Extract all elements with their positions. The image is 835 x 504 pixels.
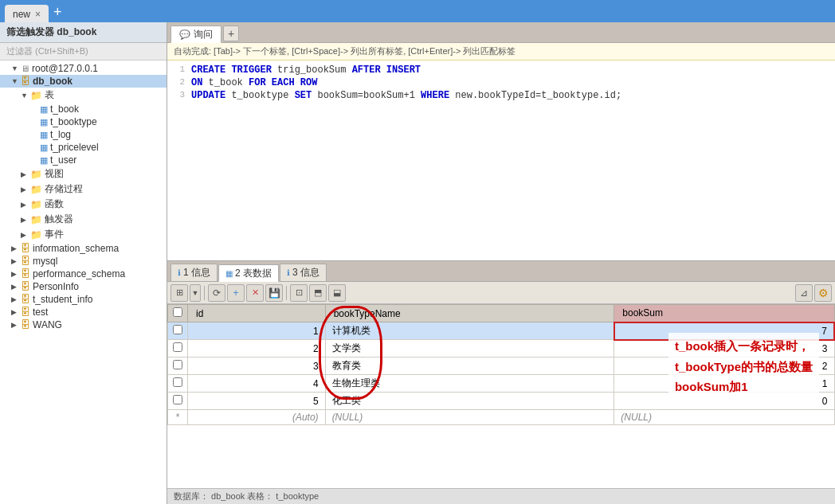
cell-booksum[interactable]: 2	[614, 357, 834, 375]
checkbox-cell[interactable]	[168, 393, 188, 410]
code-editor[interactable]: 1 CREATE TRIGGER trig_bookSum AFTER INSE…	[167, 61, 835, 260]
tree-item-t-student[interactable]: ▶ 🗄 t_student_info	[0, 293, 167, 306]
col-header-bookSum[interactable]: bookSum	[614, 305, 834, 322]
settings-button[interactable]: ⚙	[814, 284, 832, 302]
table-row: 1 计算机类 7	[168, 322, 835, 340]
data-table-wrap[interactable]: id bookTypeName bookSum 1 计算机类 7	[167, 304, 835, 488]
db-icon: 🗄	[21, 268, 30, 279]
expand-arrow[interactable]: ▶	[11, 270, 21, 278]
tree-item-server[interactable]: ▼ 🖥 root@127.0.0.1	[0, 62, 167, 75]
tree-item-t-book[interactable]: ▦ t_book	[0, 103, 167, 115]
refresh-button[interactable]: ⟳	[208, 284, 225, 302]
tree-item-test[interactable]: ▶ 🗄 test	[0, 306, 167, 318]
cell-booktypename[interactable]: 生物生理类	[325, 375, 614, 393]
column-select-button[interactable]: ⊡	[290, 284, 308, 302]
tree-item-info-schema[interactable]: ▶ 🗄 information_schema	[0, 242, 167, 255]
expand-arrow[interactable]: ▼	[11, 77, 21, 85]
col-header-id[interactable]: id	[188, 305, 326, 322]
cell-booksum[interactable]: 3	[614, 340, 834, 357]
expand-arrow[interactable]: ▶	[11, 283, 21, 291]
code-line-3: 3 UPDATE t_booktype SET bookSum=bookSum+…	[167, 89, 835, 102]
close-icon[interactable]: ×	[35, 9, 41, 20]
cell-booksum[interactable]: 0	[614, 393, 834, 410]
cell-booktypename[interactable]: 计算机类	[325, 322, 614, 340]
tree-item-db-book[interactable]: ▼ 🗄 db_book	[0, 75, 167, 88]
result-tab-data2[interactable]: ▦ 2 表数据	[218, 264, 279, 282]
delete-row-button[interactable]: ✕	[246, 284, 264, 302]
tree-item-t-pricelevel[interactable]: ▦ t_pricelevel	[0, 141, 167, 154]
tree-item-mysql[interactable]: ▶ 🗄 mysql	[0, 255, 167, 268]
data-table: id bookTypeName bookSum 1 计算机类 7	[167, 304, 835, 425]
add-row-button[interactable]: +	[227, 284, 245, 302]
query-tab-active[interactable]: 💬 询问	[171, 25, 221, 43]
cell-booktypename[interactable]: 文学类	[325, 340, 614, 357]
left-panel-header: 筛选触发器 db_book	[0, 22, 167, 43]
cell-id[interactable]: 2	[188, 340, 326, 357]
tree-item-views[interactable]: ▶ 📁 视图	[0, 166, 167, 182]
expand-arrow[interactable]: ▶	[21, 216, 30, 224]
tree-item-funcs[interactable]: ▶ 📁 函数	[0, 197, 167, 212]
cell-booksum[interactable]: 7	[614, 322, 834, 340]
cell-null1[interactable]: (NULL)	[325, 410, 614, 425]
checkbox-cell[interactable]	[168, 357, 188, 375]
folder-icon: 📁	[30, 184, 42, 195]
expand-arrow[interactable]: ▶	[21, 201, 30, 209]
cell-booksum[interactable]: 1	[614, 375, 834, 393]
filter-button[interactable]: ⊿	[795, 284, 813, 302]
cell-id[interactable]: 5	[188, 393, 326, 410]
tree-item-t-booktype[interactable]: ▦ t_booktype	[0, 115, 167, 128]
tree-item-events[interactable]: ▶ 📁 事件	[0, 227, 167, 242]
dropdown-button[interactable]: ▼	[190, 284, 201, 302]
save-button[interactable]: 💾	[265, 284, 283, 302]
table-row: 4 生物生理类 1	[168, 375, 835, 393]
cell-id-auto[interactable]: (Auto)	[188, 410, 326, 425]
expand-arrow[interactable]: ▶	[11, 308, 21, 316]
expand-arrow[interactable]: ▼	[21, 92, 30, 100]
tree-item-personinfo[interactable]: ▶ 🗄 PersonInfo	[0, 280, 167, 293]
grid-view-button[interactable]: ⊞	[171, 284, 188, 302]
expand-arrow[interactable]: ▶	[21, 170, 30, 178]
table-row: 2 文学类 3	[168, 340, 835, 357]
expand-arrow[interactable]: ▶	[11, 257, 21, 265]
checkbox-cell[interactable]	[168, 375, 188, 393]
tree-label: PersonInfo	[33, 281, 79, 292]
expand-arrow[interactable]: ▶	[11, 244, 21, 252]
select-all-checkbox[interactable]	[173, 307, 182, 317]
folder-icon: 📁	[30, 169, 42, 180]
expand-arrow[interactable]: ▶	[11, 321, 21, 329]
cell-id[interactable]: 4	[188, 375, 326, 393]
checkbox-cell[interactable]: *	[168, 410, 188, 425]
tree-label: t_book	[50, 104, 79, 115]
code-line-1: 1 CREATE TRIGGER trig_bookSum AFTER INSE…	[167, 64, 835, 76]
checkbox-cell[interactable]	[168, 340, 188, 357]
tree-item-perf-schema[interactable]: ▶ 🗄 performance_schema	[0, 268, 167, 280]
result-tab-info1[interactable]: ℹ 1 信息	[171, 264, 218, 281]
tab-label: 2 表数据	[235, 267, 272, 280]
filter-bar: 过滤器 (Ctrl+Shift+B)	[0, 43, 167, 61]
cell-booktypename[interactable]: 化工类	[325, 393, 614, 410]
checkbox-cell[interactable]	[168, 322, 188, 340]
export-button[interactable]: ⬒	[309, 284, 327, 302]
result-tab-info3[interactable]: ℹ 3 信息	[280, 264, 327, 281]
tree-item-procs[interactable]: ▶ 📁 存储过程	[0, 182, 167, 197]
cell-id[interactable]: 1	[188, 322, 326, 340]
tree-item-t-user[interactable]: ▦ t_user	[0, 154, 167, 166]
tree-item-t-log[interactable]: ▦ t_log	[0, 128, 167, 141]
table-icon: ▦	[40, 117, 48, 127]
tree-item-tables[interactable]: ▼ 📁 表	[0, 88, 167, 103]
cell-id[interactable]: 3	[188, 357, 326, 375]
cell-null2[interactable]: (NULL)	[614, 410, 834, 425]
tree-item-triggers[interactable]: ▶ 📁 触发器	[0, 212, 167, 227]
add-query-tab-button[interactable]: +	[223, 25, 239, 41]
db-icon: 🗄	[21, 256, 30, 267]
new-tab-button[interactable]: +	[49, 4, 67, 21]
expand-arrow[interactable]: ▼	[11, 64, 21, 72]
tree-item-wang[interactable]: ▶ 🗄 WANG	[0, 318, 167, 331]
app-tab[interactable]: new ×	[5, 5, 49, 22]
expand-arrow[interactable]: ▶	[11, 295, 21, 303]
col-header-bookTypeName[interactable]: bookTypeName	[325, 305, 614, 322]
import-button[interactable]: ⬓	[328, 284, 346, 302]
expand-arrow[interactable]: ▶	[21, 186, 30, 193]
cell-booktypename[interactable]: 教育类	[325, 357, 614, 375]
expand-arrow[interactable]: ▶	[21, 231, 30, 239]
